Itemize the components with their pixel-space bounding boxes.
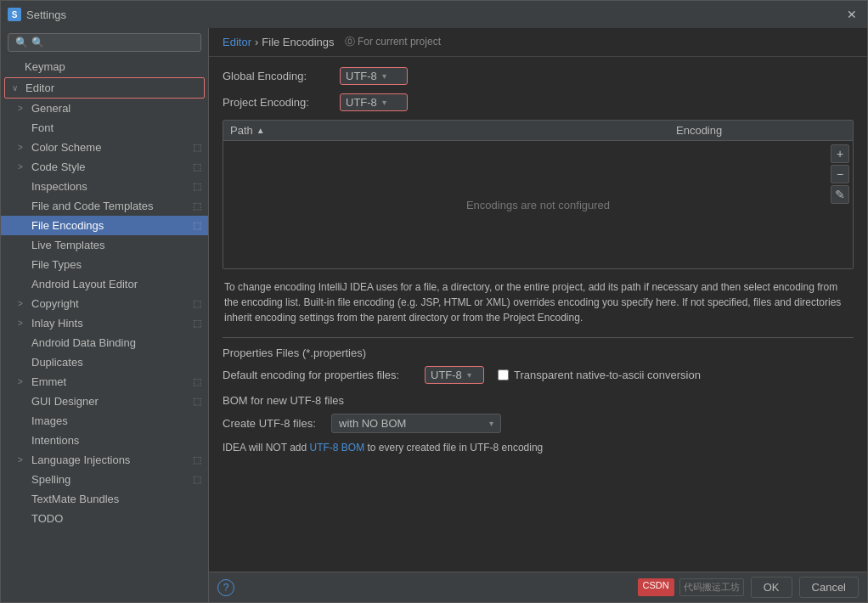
search-input[interactable] <box>31 37 194 48</box>
emmet-icon: ⬚ <box>193 376 201 387</box>
inlay-arrow: > <box>18 318 28 328</box>
sidebar-item-label: Inlay Hints <box>31 317 83 330</box>
transparent-checkbox-row: Transparent native-to-ascii conversion <box>498 369 701 381</box>
sidebar-item-label: Keymap <box>25 60 65 73</box>
bom-create-dropdown[interactable]: with NO BOM ▾ <box>331 414 501 433</box>
sidebar-item-language-injections[interactable]: > Language Injections ⬚ <box>1 450 208 470</box>
lang-inject-icon: ⬚ <box>193 454 201 465</box>
watermark-badge2: 代码搬运工坊 <box>679 578 744 596</box>
app-icon: S <box>8 8 21 21</box>
sidebar-item-duplicates[interactable]: Duplicates <box>1 352 208 372</box>
sidebar-item-live-templates[interactable]: Live Templates <box>1 235 208 255</box>
inspections-icon: ⬚ <box>193 181 201 192</box>
bom-section: BOM for new UTF-8 files Create UTF-8 fil… <box>223 394 854 454</box>
transparent-checkbox[interactable] <box>498 369 509 380</box>
empty-message: Encodings are not configured <box>466 199 610 211</box>
sidebar-item-keymap[interactable]: Keymap <box>1 57 208 76</box>
remove-row-button[interactable]: − <box>831 165 849 183</box>
sidebar-item-emmet[interactable]: > Emmet ⬚ <box>1 372 208 392</box>
bom-create-row: Create UTF-8 files: with NO BOM ▾ <box>223 414 854 433</box>
sidebar-item-android-data-binding[interactable]: Android Data Binding <box>1 333 208 352</box>
properties-encoding-dropdown[interactable]: UTF-8 ▾ <box>425 366 484 384</box>
sidebar-item-label: File and Code Templates <box>31 200 154 212</box>
sidebar-item-code-style[interactable]: > Code Style ⬚ <box>1 157 208 177</box>
project-encoding-dropdown[interactable]: UTF-8 ▾ <box>340 93 408 111</box>
bom-info-link[interactable]: UTF-8 BOM <box>309 442 364 454</box>
watermark-badge1: CSDN <box>638 578 674 596</box>
project-encoding-arrow: ▾ <box>382 98 386 107</box>
sidebar-item-label: Copyright <box>31 297 79 310</box>
col-encoding-header: Encoding <box>676 124 846 137</box>
sidebar-item-label: Editor <box>25 82 54 94</box>
global-encoding-dropdown[interactable]: UTF-8 ▾ <box>340 67 408 85</box>
emmet-arrow: > <box>18 377 28 386</box>
bom-create-value: with NO BOM <box>339 417 406 430</box>
sidebar-item-file-encodings[interactable]: File Encodings ⬚ <box>1 216 208 235</box>
sidebar-item-inlay-hints[interactable]: > Inlay Hints ⬚ <box>1 313 208 333</box>
color-scheme-icon: ⬚ <box>193 142 201 153</box>
sidebar-item-spelling[interactable]: Spelling ⬚ <box>1 470 208 489</box>
add-row-button[interactable]: + <box>831 144 849 163</box>
global-encoding-row: Global Encoding: UTF-8 ▾ <box>223 67 854 85</box>
search-box[interactable]: 🔍 <box>8 33 201 52</box>
sidebar-item-images[interactable]: Images <box>1 411 208 431</box>
watermark-area: CSDN 代码搬运工坊 <box>638 578 744 596</box>
sidebar-item-textmate-bundles[interactable]: TextMate Bundles <box>1 489 208 509</box>
lang-inject-arrow: > <box>18 455 28 465</box>
breadcrumb-editor[interactable]: Editor <box>223 36 251 48</box>
bottom-bar: ? CSDN 代码搬运工坊 OK Cancel <box>209 572 867 602</box>
sidebar-item-label: File Types <box>31 258 82 271</box>
panel-body: Global Encoding: UTF-8 ▾ Project Encodin… <box>209 57 867 572</box>
ok-button[interactable]: OK <box>751 577 792 598</box>
sidebar-item-editor[interactable]: ∨ Editor <box>5 78 204 98</box>
sidebar-item-label: File Encodings <box>31 219 104 232</box>
sidebar-item-copyright[interactable]: > Copyright ⬚ <box>1 294 208 313</box>
gui-icon: ⬚ <box>193 396 201 407</box>
bom-create-label: Create UTF-8 files: <box>223 417 324 430</box>
sidebar-item-label: Intentions <box>31 434 79 447</box>
table-header: Path ▲ Encoding <box>223 121 853 141</box>
properties-encoding-label: Default encoding for properties files: <box>223 369 418 381</box>
encodings-table: Path ▲ Encoding Encodings are not config… <box>223 120 854 269</box>
sidebar-item-label: Font <box>31 121 54 134</box>
breadcrumb: Editor › File Encodings ⓪ For current pr… <box>209 28 867 57</box>
sidebar-item-label: Emmet <box>31 375 66 388</box>
breadcrumb-current: File Encodings <box>262 36 334 48</box>
sidebar-item-label: GUI Designer <box>31 395 99 408</box>
col-encoding-label: Encoding <box>676 124 722 137</box>
sidebar-item-file-types[interactable]: File Types <box>1 255 208 274</box>
bom-dropdown-arrow: ▾ <box>489 419 493 428</box>
sidebar-item-label: TODO <box>31 512 63 525</box>
sidebar-item-inspections[interactable]: Inspections ⬚ <box>1 177 208 196</box>
bottom-right: CSDN 代码搬运工坊 OK Cancel <box>638 577 859 598</box>
right-panel: Editor › File Encodings ⓪ For current pr… <box>209 28 867 602</box>
sidebar-item-file-and-code-templates[interactable]: File and Code Templates ⬚ <box>1 196 208 216</box>
project-encoding-value: UTF-8 <box>346 96 377 109</box>
file-code-icon: ⬚ <box>193 200 201 211</box>
main-content: 🔍 Keymap ∨ Editor > General <box>1 28 867 602</box>
bottom-left: ? <box>217 579 234 596</box>
copyright-icon: ⬚ <box>193 298 201 309</box>
sidebar-item-general[interactable]: > General <box>1 99 208 118</box>
sidebar-item-font[interactable]: Font <box>1 118 208 138</box>
sidebar-item-label: Duplicates <box>31 356 83 369</box>
sidebar-item-intentions[interactable]: Intentions <box>1 431 208 450</box>
cancel-button[interactable]: Cancel <box>799 577 859 598</box>
sidebar-item-color-scheme[interactable]: > Color Scheme ⬚ <box>1 138 208 157</box>
settings-window: S Settings ✕ 🔍 Keymap ∨ Editor <box>0 0 868 603</box>
help-button[interactable]: ? <box>217 579 234 596</box>
col-path-label: Path <box>230 124 253 137</box>
close-button[interactable]: ✕ <box>843 6 860 23</box>
bom-info: IDEA will NOT add UTF-8 BOM to every cre… <box>223 442 854 454</box>
sidebar-item-label: Color Scheme <box>31 141 101 154</box>
sidebar-item-label: Inspections <box>31 180 87 193</box>
sidebar-item-todo[interactable]: TODO <box>1 509 208 528</box>
sidebar-item-gui-designer[interactable]: GUI Designer ⬚ <box>1 392 208 411</box>
table-toolbar: + − ✎ <box>827 141 853 207</box>
sidebar-item-label: Android Layout Editor <box>31 278 138 290</box>
sidebar-item-label: Live Templates <box>31 239 104 251</box>
edit-row-button[interactable]: ✎ <box>831 185 849 204</box>
sidebar-item-android-layout-editor[interactable]: Android Layout Editor <box>1 274 208 294</box>
sort-icon[interactable]: ▲ <box>256 126 265 135</box>
help-icon: ? <box>223 582 229 594</box>
